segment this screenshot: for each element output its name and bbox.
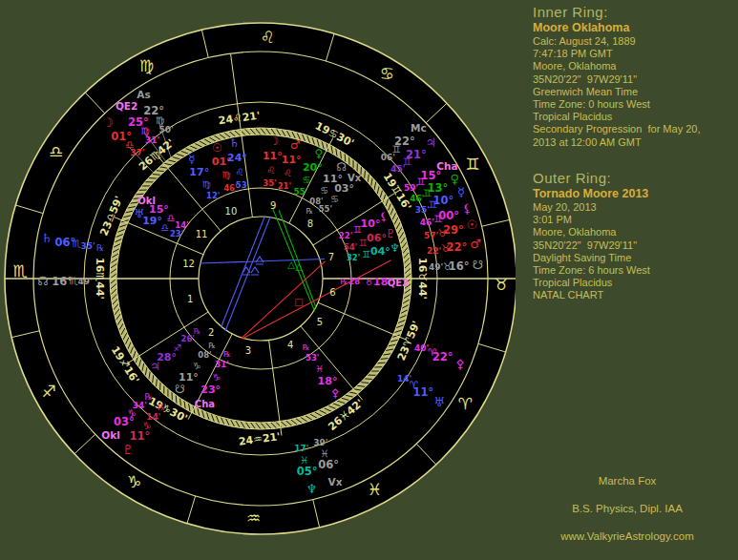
svg-text:37': 37' (130, 148, 144, 157)
house-number-5: 5 (317, 317, 323, 327)
svg-text:53': 53' (306, 353, 319, 363)
svg-text:☊: ☊ (37, 274, 49, 288)
svg-text:23': 23' (170, 229, 183, 239)
zodiac-sagittarius: ♐ (41, 382, 55, 401)
house-number-12: 12 (182, 259, 195, 269)
house-number-9: 9 (270, 200, 276, 211)
svg-text:♌: ♌ (266, 165, 275, 176)
svg-text:18°: 18° (373, 276, 393, 288)
svg-text:32': 32' (347, 253, 360, 262)
svg-text:℞: ℞ (303, 342, 310, 352)
svg-text:Cha: Cha (195, 399, 215, 409)
svg-text:49': 49' (77, 277, 92, 286)
svg-text:54': 54' (344, 242, 357, 252)
svg-text:℞: ℞ (96, 243, 104, 253)
svg-text:♉: ♉ (441, 242, 450, 254)
svg-text:06°: 06° (367, 232, 387, 244)
svg-text:11°: 11° (179, 371, 199, 384)
svg-text:♃: ♃ (426, 135, 437, 150)
svg-text:♓: ♓ (315, 363, 324, 374)
svg-text:℞: ℞ (158, 403, 165, 412)
astrology-biwheel: ♏♐♑♒♓♈♉♊♋♌♍♎△△□12345678910111216♏44'19♐1… (0, 0, 516, 560)
house-number-3: 3 (245, 345, 251, 356)
svg-text:31': 31' (215, 360, 228, 369)
credit-author: Marcha Fox (532, 475, 723, 487)
info-line: Tropical Placidus (533, 111, 735, 123)
svg-text:☿: ☿ (457, 185, 465, 199)
info-line: Time Zone: 6 hours West (533, 264, 735, 277)
svg-text:☽: ☽ (268, 135, 279, 148)
svg-text:34': 34' (133, 401, 147, 410)
svg-text:21': 21' (278, 181, 291, 191)
svg-text:18°: 18° (318, 375, 338, 387)
svg-text:55': 55' (319, 204, 332, 214)
svg-text:♋: ♋ (330, 194, 339, 204)
zodiac-gemini: ♊ (465, 155, 479, 174)
svg-text:♂: ♂ (290, 138, 301, 152)
svg-text:Okl: Okl (101, 429, 120, 441)
info-line: NATAL CHART (533, 289, 735, 301)
cusp-label-house-1: 16♏44' (94, 258, 106, 300)
info-line: 35N20'22" 97W29'11" (533, 73, 735, 86)
zodiac-pisces: ♓ (368, 480, 382, 499)
svg-text:14': 14' (175, 220, 188, 230)
svg-text:♑: ♑ (193, 361, 201, 371)
svg-text:℞: ℞ (208, 341, 216, 350)
svg-text:45': 45' (390, 164, 405, 174)
svg-text:☋: ☋ (175, 383, 185, 396)
outer-ring-details: May 20, 20133:01 PMMoore, Oklahoma35N20'… (533, 201, 735, 302)
svg-text:℞: ℞ (306, 206, 313, 216)
svg-text:☋: ☋ (473, 258, 484, 272)
svg-text:22': 22' (427, 246, 441, 256)
outer-ring-title: Tornado Moore 2013 (533, 187, 735, 200)
svg-text:57': 57' (424, 231, 438, 240)
svg-text:12': 12' (206, 191, 220, 200)
svg-text:06': 06' (381, 153, 395, 162)
svg-text:14': 14' (397, 374, 411, 384)
house-number-1: 1 (187, 294, 193, 304)
zodiac-aquarius: ♒ (246, 508, 261, 528)
inner-ring-heading: Inner Ring: (533, 4, 735, 20)
svg-text:℞: ℞ (144, 392, 152, 402)
house-number-2: 2 (208, 327, 214, 338)
svg-text:31': 31' (145, 135, 159, 145)
info-line: Calc: August 24, 1889 (533, 35, 735, 48)
svg-text:♊: ♊ (359, 238, 368, 248)
zodiac-aries: ♈ (458, 394, 473, 413)
svg-text:Mc: Mc (411, 122, 427, 134)
svg-text:♂: ♂ (470, 237, 481, 251)
svg-text:♍: ♍ (202, 179, 211, 190)
info-line: May 20, 2013 (533, 201, 735, 214)
inner-ring-info: Inner Ring: Moore Oklahoma Calc: August … (533, 4, 735, 149)
svg-text:35': 35' (263, 178, 276, 188)
svg-text:17°: 17° (189, 166, 209, 178)
svg-text:As: As (137, 89, 150, 100)
svg-text:♆: ♆ (390, 241, 400, 255)
svg-text:♍: ♍ (222, 170, 231, 180)
svg-text:46': 46' (410, 194, 424, 203)
info-line: Greenwich Mean Time (533, 86, 735, 98)
house-number-8: 8 (307, 218, 313, 229)
svg-text:♌: ♌ (236, 167, 244, 177)
svg-text:24°: 24° (227, 152, 247, 164)
svg-text:35': 35' (80, 241, 95, 251)
zodiac-virgo: ♍ (139, 56, 154, 75)
credit-website: www.ValkyrieAstrology.com (532, 530, 723, 542)
svg-text:♀: ♀ (314, 147, 323, 160)
svg-text:♍: ♍ (156, 114, 164, 126)
svg-text:♇: ♇ (386, 227, 396, 240)
svg-text:08': 08' (198, 350, 211, 360)
aspect-square-icon: □ (294, 297, 303, 307)
svg-text:39': 39' (313, 438, 327, 447)
svg-text:11°: 11° (263, 150, 283, 162)
svg-text:♋: ♋ (320, 185, 328, 196)
svg-text:♎: ♎ (160, 222, 169, 233)
svg-text:⚸: ⚸ (462, 201, 472, 216)
svg-text:♄: ♄ (229, 136, 240, 150)
credit-degree: B.S. Physics, Dipl. IAA (532, 503, 723, 514)
svg-text:20°: 20° (303, 161, 323, 174)
info-line: Daylight Saving Time (533, 252, 735, 264)
svg-text:22': 22' (339, 231, 352, 240)
svg-text:♇: ♇ (122, 443, 134, 457)
svg-text:28': 28' (348, 277, 362, 286)
